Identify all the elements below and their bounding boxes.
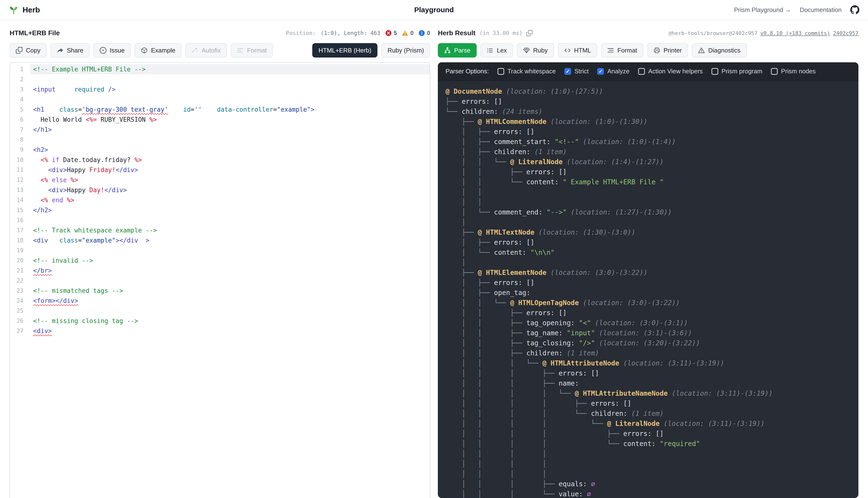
parser-option-action-view-helpers[interactable]: Action View helpers [638, 68, 703, 75]
line-number: 26 [10, 316, 30, 326]
code-line-25[interactable]: 25 [10, 306, 430, 316]
code-line-5[interactable]: 5<h1 class='bg-gray-300 text-gray' id=''… [10, 104, 430, 115]
share-button[interactable]: Share [51, 43, 90, 57]
code-line-3[interactable]: 3<input required /> [10, 84, 430, 94]
parser-option-strict[interactable]: Strict [564, 68, 589, 75]
parser-option-analyze[interactable]: Analyze [597, 68, 630, 75]
syntax-segment: │ │ │ │ ├── [446, 430, 623, 437]
code-line-8[interactable]: 8 [10, 135, 430, 145]
code-line-16[interactable]: 16 [10, 215, 430, 225]
documentation-link[interactable]: Documentation [800, 6, 842, 14]
checkbox-unchecked-icon[interactable] [498, 68, 504, 75]
tab-html-erb-herb[interactable]: HTML+ERB (Herb) [312, 43, 378, 57]
lex-button[interactable]: Lex [481, 43, 513, 57]
brand[interactable]: Herb [9, 5, 40, 15]
code-line-12[interactable]: 12 <% else %> [10, 175, 430, 185]
printer-button[interactable]: Printer [647, 43, 688, 57]
syntax-segment: name: [558, 379, 579, 387]
syntax-segment: │ │ │ ├── [446, 369, 558, 377]
ast-tree[interactable]: @ DocumentNode (location: (1:0)-(27:5))├… [438, 81, 858, 498]
syntax-segment: tag_name: [526, 329, 567, 337]
syntax-segment: │ [446, 218, 465, 226]
code-line-9[interactable]: 9<h2> [10, 145, 430, 155]
code-line-27[interactable]: 27<div> [10, 326, 430, 336]
code-line-4[interactable]: 4 [10, 94, 430, 104]
code-line-1[interactable]: 1<!-- Example HTML+ERB File --> [10, 64, 430, 74]
syntax-segment [48, 197, 52, 204]
code-line-2[interactable]: 2 [10, 74, 430, 84]
code-line-18[interactable]: 18<div class="example"></div > [10, 235, 430, 245]
syntax-segment: (location: (1:30)-(3:0)) [535, 228, 635, 236]
checkbox-unchecked-icon[interactable] [638, 68, 645, 75]
code-text: <input required /> [30, 84, 430, 94]
syntax-segment: │ │ │ └── [446, 490, 558, 498]
code-line-11[interactable]: 11 <div>Happy Friday!</div> [10, 165, 430, 175]
tab-herb-label: HTML+ERB (Herb) [318, 47, 371, 54]
parser-option-prism-nodes[interactable]: Prism nodes [771, 68, 816, 75]
copy-result-button[interactable] [525, 29, 534, 37]
code-line-17[interactable]: 17<!-- Track whitespace example --> [10, 225, 430, 235]
checkbox-checked-icon[interactable] [564, 68, 571, 75]
tab-ruby-prism[interactable]: Ruby (Prism) [381, 43, 430, 57]
tree-line: │ │ ├── errors: [] [446, 308, 851, 318]
code-line-21[interactable]: 21</br> [10, 265, 430, 276]
checkbox-unchecked-icon[interactable] [771, 68, 778, 75]
code-line-19[interactable]: 19 [10, 245, 430, 255]
ruby-button[interactable]: Ruby [517, 43, 554, 57]
tree-line: │ └── comment_end: "-->" (location: (1:2… [446, 207, 851, 218]
checkbox-checked-icon[interactable] [597, 68, 604, 75]
code-line-20[interactable]: 20<!-- invalid --> [10, 255, 430, 265]
syntax-segment: <% [40, 197, 48, 204]
syntax-segment: > [146, 237, 149, 244]
tree-line: │ │ │ │ └── @ HTMLAttributeNameNode (loc… [446, 389, 851, 398]
code-line-14[interactable]: 14 <% end %> [10, 195, 430, 205]
syntax-segment: end [52, 197, 63, 204]
line-number: 2 [10, 74, 30, 84]
tab-prism-label: Ruby (Prism) [387, 47, 424, 54]
code-line-26[interactable]: 26<!-- missing closing tag --> [10, 316, 430, 326]
tree-line: │ │ ├── errors: [] [446, 167, 851, 177]
diagnostics-button[interactable]: Diagnostics [692, 43, 747, 57]
code-text: <div class="example"></div > [30, 235, 430, 245]
code-editor[interactable]: 1<!-- Example HTML+ERB File -->23<input … [10, 62, 430, 498]
code-line-10[interactable]: 10 <% if Date.today.friday? %> [10, 155, 430, 165]
checkbox-unchecked-icon[interactable] [711, 68, 718, 75]
copy-icon [16, 47, 23, 54]
html-button[interactable]: HTML [558, 43, 597, 57]
code-line-15[interactable]: 15</h2> [10, 205, 430, 215]
syntax-segment: (location: (3:1)-(3:6)) [595, 329, 692, 337]
tree-line: │ │ │ └── @ HTMLAttributeNode (location:… [446, 358, 851, 368]
github-link[interactable] [850, 5, 859, 14]
parser-option-prism-program[interactable]: Prism program [711, 68, 762, 75]
format-label: Format [247, 47, 267, 54]
code-text: <h2> [30, 145, 430, 155]
code-line-6[interactable]: 6 Hello World <%= RUBY_VERSION %> [10, 115, 430, 124]
copy-button[interactable]: Copy [10, 43, 47, 57]
tree-line: │ │ │ │ └── content: "required" [446, 439, 851, 449]
code-text [30, 74, 430, 84]
code-line-13[interactable]: 13 <div>Happy Day!</div> [10, 185, 430, 195]
commit-link[interactable]: 2402c957 [833, 30, 858, 36]
syntax-segment: │ │ ├── [446, 309, 526, 317]
tree-line: │ │ ├── tag_closing: "/>" (location: (3:… [446, 338, 851, 348]
code-line-7[interactable]: 7</h1> [10, 124, 430, 135]
result-format-button[interactable]: Format [601, 43, 643, 57]
issue-button[interactable]: Issue [93, 43, 131, 57]
parse-button[interactable]: Parse [438, 43, 477, 57]
line-number: 10 [10, 155, 30, 165]
code-line-24[interactable]: 24<form></div> [10, 296, 430, 306]
tree-line: │ [446, 218, 851, 227]
code-line-22[interactable]: 22 [10, 276, 430, 286]
version-link[interactable]: v0.8.10 (+183 commits) [760, 30, 830, 36]
warning-icon [402, 30, 408, 37]
parser-option-track-whitespace[interactable]: Track whitespace [498, 68, 556, 75]
syntax-segment: "/>" [579, 339, 595, 347]
syntax-segment: <input [33, 86, 56, 93]
top-bar: Herb Playground Prism Playground → Docum… [0, 0, 868, 20]
tree-line: │ ├── errors: [] [446, 278, 851, 288]
prism-playground-link[interactable]: Prism Playground → [734, 6, 791, 14]
tree-line: │ │ └── @ HTMLOpenTagNode (location: (3:… [446, 298, 851, 308]
example-button[interactable]: Example [135, 43, 181, 57]
code-line-23[interactable]: 23<!-- mismatched tags --> [10, 286, 430, 296]
parser-option-label: Track whitespace [508, 68, 556, 75]
